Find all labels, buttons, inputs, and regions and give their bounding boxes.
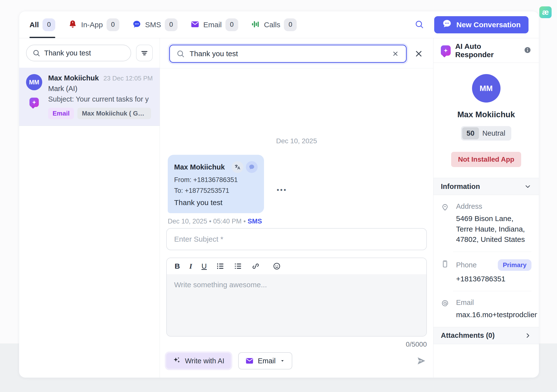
new-conversation-label: New Conversation [456,21,521,29]
app-status-badge: Not Installed App [451,152,521,167]
channel-select[interactable]: Email [238,352,292,369]
phone-icon [441,259,452,284]
at-sign-icon [441,299,452,320]
bold-icon[interactable]: B [175,262,180,270]
contact-name: Max Mokiichuk [457,110,515,119]
message-to: To: +18775253571 [174,187,258,195]
tab-calls[interactable]: Calls 0 [251,11,297,38]
underline-icon[interactable]: U [201,262,207,270]
tab-email-count: 0 [225,18,238,31]
top-header: All 0 In-App 0 SMS 0 Email 0 Calls 0 [19,11,539,38]
tab-sms[interactable]: SMS 0 [132,11,178,38]
ai-auto-responder-icon [441,45,451,56]
clear-search-icon[interactable] [391,50,400,58]
tab-all-label: All [29,21,39,29]
message-row: Max Mokiichuk From: +18136786351 To: +18… [168,155,425,225]
tab-calls-count: 0 [284,18,297,31]
email-label: Email [456,299,537,307]
bullet-list-icon[interactable] [234,262,242,270]
link-icon[interactable] [251,262,260,270]
chevron-down-icon [279,358,285,364]
email-row: Email max.16.mo+testprodclientcl... [433,291,539,327]
meta-separator: • [209,218,211,225]
location-pin-icon [441,202,452,245]
translate-icon[interactable] [232,161,243,173]
chevron-down-icon[interactable] [524,183,531,190]
conversation-list-item[interactable]: MM Max Mokiichuk 23 Dec 12:05 PM Mark (A… [19,68,160,126]
phone-value: +18136786351 [456,274,531,284]
global-search-icon[interactable] [415,20,424,30]
ai-sparkle-icon [29,98,39,107]
close-search-icon[interactable] [414,49,423,58]
tab-in-app[interactable]: In-App 0 [68,11,119,38]
sparkles-icon [173,356,181,366]
conversation-assignee: Mark (AI) [48,85,153,93]
ordered-list-icon[interactable] [216,262,224,270]
tab-in-app-label: In-App [81,21,103,29]
waveform-icon [251,20,260,30]
thread-panel: Dec 10, 2025 Max Mokiichuk From: +1 [160,38,433,378]
chat-bubble-icon [132,20,141,30]
information-section-header[interactable]: Information [433,178,539,195]
message-date: Dec 10, 2025 [168,218,207,225]
filter-button[interactable] [136,45,153,61]
channel-select-value: Email [258,357,276,365]
tab-sms-label: SMS [145,21,161,29]
channel-tabs: All 0 In-App 0 SMS 0 Email 0 Calls 0 [29,11,297,38]
conversation-list-panel: MM Max Mokiichuk 23 Dec 12:05 PM Mark (A… [19,38,160,378]
tab-email-label: Email [203,21,222,29]
information-header-label: Information [441,183,480,191]
search-icon [176,50,185,58]
write-with-ai-label: Write with AI [185,357,224,365]
tab-all-count: 0 [42,18,55,31]
avatar: MM [26,74,42,90]
tab-all[interactable]: All 0 [29,11,55,38]
italic-icon[interactable]: I [189,262,192,270]
composer: B I U Write something awesome... 0/5000 … [160,225,433,378]
attachments-section-header[interactable]: Attachments (0) [433,327,539,344]
ai-auto-responder-title: AI Auto Responder [455,42,519,59]
conversation-timestamp: 23 Dec 12:05 PM [103,75,153,82]
new-conversation-button[interactable]: New Conversation [434,16,529,33]
info-icon[interactable] [524,46,531,55]
tab-email[interactable]: Email 0 [190,11,238,38]
search-icon [32,49,40,57]
message-time: 05:40 PM [213,218,242,225]
sentiment-score: 50 [462,127,479,139]
phone-row: Phone Primary +18136786351 [433,252,539,291]
sentiment-label: Neutral [479,129,510,137]
envelope-icon [245,356,254,365]
message-meta: Dec 10, 2025 • 05:40 PM • SMS [168,218,264,225]
write-with-ai-button[interactable]: Write with AI [166,353,231,369]
chevron-right-icon[interactable] [524,332,531,339]
conversation-search-input[interactable] [44,49,125,57]
address-row: Address 5469 Bison Lane, Terre Haute, In… [433,195,539,252]
format-toolbar: B I U [167,258,426,274]
envelope-icon [190,20,200,30]
thread-search[interactable] [169,45,407,63]
address-label: Address [456,202,531,210]
sentiment-badge: 50 Neutral [461,126,512,141]
date-divider: Dec 10, 2025 [168,137,425,145]
message-more-menu[interactable]: ••• [277,186,287,194]
meta-separator: • [243,218,246,225]
thread-search-input[interactable] [190,50,386,58]
contact-tag: Max Mokiichuk ( Gaming - ... [77,108,151,119]
tab-calls-label: Calls [264,21,280,29]
message-sender: Max Mokiichuk [174,163,225,171]
conversation-preview: Subject: Your current tasks for yo... [48,95,149,103]
emoji-icon[interactable] [273,262,281,270]
channel-tag: Email [48,108,74,119]
bell-icon [68,20,77,30]
tab-sms-count: 0 [165,18,178,31]
conversation-search[interactable] [26,45,131,61]
send-button[interactable] [416,355,427,366]
message-input[interactable]: Write something awesome... [167,274,426,336]
attachments-header-label: Attachments (0) [441,331,495,340]
email-value: max.16.mo+testprodclientcl... [456,310,537,320]
subject-input[interactable] [166,228,427,250]
app-logo: æ [539,6,552,18]
contact-details-panel: AI Auto Responder MM Max Mokiichuk 50 Ne… [433,38,539,378]
char-counter: 0/5000 [166,340,427,348]
message-chat-icon[interactable] [246,161,258,173]
